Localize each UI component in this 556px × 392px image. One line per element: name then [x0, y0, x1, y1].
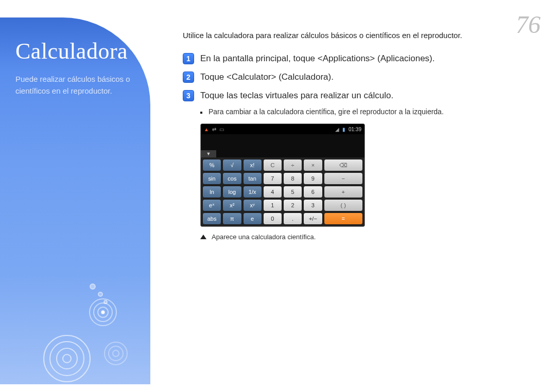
key-sqrt: √	[222, 159, 241, 171]
key-1: 1	[263, 199, 282, 211]
sd-icon: ▭	[219, 127, 224, 132]
key-divide: ÷	[283, 159, 302, 171]
svg-point-6	[101, 311, 105, 314]
expand-tab: ▼	[201, 150, 216, 157]
key-reciprocal: 1/x	[243, 186, 262, 198]
usb-icon: ⇄	[212, 127, 216, 132]
wifi-icon: ◢	[335, 127, 339, 132]
key-abs: abs	[202, 212, 221, 225]
caption-text: Aparece una calculadora científica.	[212, 233, 316, 241]
step-text: Toque las teclas virtuales para realizar…	[200, 90, 393, 102]
step-number-badge: 1	[183, 53, 194, 64]
svg-point-11	[105, 342, 127, 365]
calculator-keyboard: % √ x! C ÷ × ⌫ sin cos tan 7 8 9 − ln lo…	[201, 157, 364, 226]
key-3: 3	[303, 199, 322, 211]
key-dot: .	[283, 212, 302, 225]
key-exp: eˣ	[202, 199, 221, 211]
key-tan: tan	[243, 172, 262, 185]
svg-point-8	[50, 342, 84, 376]
key-backspace: ⌫	[324, 159, 363, 171]
key-factorial: x!	[243, 159, 262, 171]
key-sign: +/−	[303, 212, 322, 225]
key-0: 0	[263, 212, 282, 225]
svg-point-12	[109, 346, 123, 361]
svg-point-10	[63, 354, 71, 363]
tip-bullet: Para cambiar a la calculadora científica…	[200, 108, 541, 116]
step-number-badge: 2	[183, 72, 194, 83]
calculator-display: ▼	[201, 134, 364, 157]
step-2: 2 Toque <Calculator> (Calculadora).	[183, 71, 541, 83]
tip-text: Para cambiar a la calculadora científica…	[208, 108, 444, 116]
svg-point-7	[44, 335, 90, 382]
key-5: 5	[283, 186, 302, 198]
key-e: e	[243, 212, 262, 225]
warning-icon: ▲	[204, 127, 209, 132]
sidebar: Calculadora Puede realizar cálculos bási…	[0, 17, 150, 384]
key-ln: ln	[202, 186, 221, 198]
key-7: 7	[263, 172, 282, 185]
key-square: x²	[222, 199, 241, 211]
key-pi: π	[222, 212, 241, 225]
svg-point-0	[90, 284, 95, 289]
svg-point-1	[98, 292, 102, 296]
key-plus: +	[324, 186, 363, 198]
key-9: 9	[303, 172, 322, 185]
key-minus: −	[324, 172, 363, 185]
key-percent: %	[202, 159, 221, 171]
svg-point-9	[57, 348, 77, 369]
key-parens: ( )	[324, 199, 363, 211]
step-1: 1 En la pantalla principal, toque <Appli…	[183, 52, 541, 65]
key-power: xʸ	[243, 199, 262, 211]
key-multiply: ×	[303, 159, 322, 171]
key-4: 4	[263, 186, 282, 198]
screenshot-caption: Aparece una calculadora científica.	[200, 233, 541, 241]
clock-text: 01:39	[349, 127, 361, 132]
key-cos: cos	[222, 172, 241, 185]
key-2: 2	[283, 199, 302, 211]
section-subtitle: Puede realizar cálculos básicos o cientí…	[15, 74, 140, 97]
intro-text: Utilice la calculadora para realizar cál…	[183, 31, 541, 40]
main-content: Utilice la calculadora para realizar cál…	[183, 31, 541, 241]
key-8: 8	[283, 172, 302, 185]
step-3: 3 Toque las teclas virtuales para realiz…	[183, 90, 541, 102]
device-status-bar: ▲ ⇄ ▭ ◢ ▮ 01:39	[201, 124, 364, 134]
step-text: En la pantalla principal, toque <Applica…	[200, 52, 435, 65]
key-sin: sin	[202, 172, 221, 185]
step-text: Toque <Calculator> (Calculadora).	[200, 71, 334, 83]
svg-point-13	[113, 350, 119, 357]
key-6: 6	[303, 186, 322, 198]
bullet-icon	[200, 112, 202, 114]
key-equals: =	[324, 212, 363, 225]
step-number-badge: 3	[183, 90, 194, 101]
battery-icon: ▮	[342, 127, 345, 132]
key-clear: C	[263, 159, 282, 171]
key-log: log	[222, 186, 241, 198]
section-title: Calculadora	[15, 38, 140, 64]
chevron-down-icon: ▼	[206, 151, 211, 156]
up-arrow-icon	[200, 235, 206, 239]
calculator-screenshot: ▲ ⇄ ▭ ◢ ▮ 01:39 ▼ % √ x! C ÷ × ⌫ sin cos	[200, 123, 365, 227]
decorative-circles-icon	[0, 256, 150, 384]
